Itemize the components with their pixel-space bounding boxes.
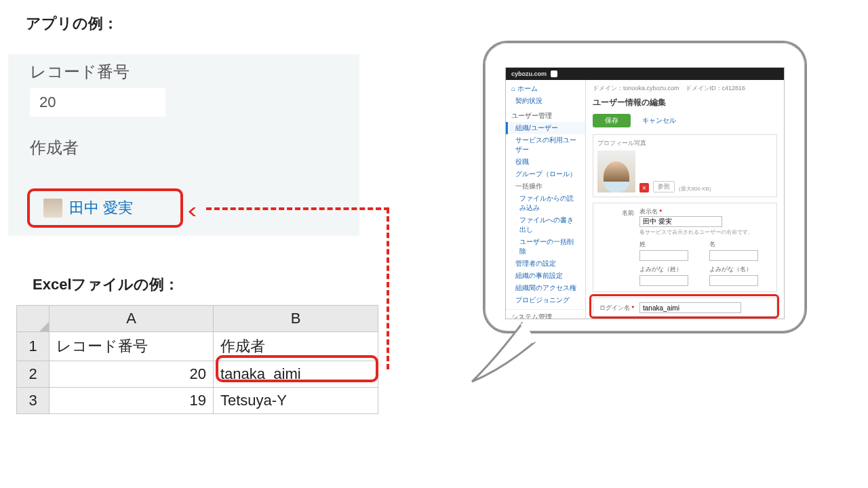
excel-cell: 19 xyxy=(50,388,214,414)
domain-info: ドメイン：tonooka.cybozu.com ドメインID：c412816 xyxy=(593,84,777,93)
sidebar-item-service-users[interactable]: サービスの利用ユーザー xyxy=(506,134,585,156)
relation-arrow-vertical xyxy=(387,208,389,369)
display-name-hint: 各サービスで表示されるユーザーの名前です。 xyxy=(639,228,772,236)
excel-row-number: 2 xyxy=(17,361,50,388)
sidebar-heading-user-mgmt: ユーザー管理 xyxy=(506,108,585,122)
sidebar-item-admin-set[interactable]: 管理者の設定 xyxy=(506,258,585,270)
app-example-title: アプリの例： xyxy=(26,14,118,34)
excel-example-title: Excelファイルの例： xyxy=(33,274,180,295)
surname-label: 姓 xyxy=(639,240,703,249)
sidebar-item-bulk-delete[interactable]: ユーザーの一括削除 xyxy=(506,236,585,258)
excel-cell: レコード番号 xyxy=(50,332,214,361)
excel-cell: Tetsuya-Y xyxy=(214,388,378,414)
sidebar-item-groups[interactable]: グループ（ロール） xyxy=(506,168,585,180)
cancel-link[interactable]: キャンセル xyxy=(642,117,676,124)
name-section: 名前 表示名 各サービスで表示されるユーザーの名前です。 姓 xyxy=(593,203,777,292)
page-title: ユーザー情報の編集 xyxy=(593,97,777,108)
speech-bubble-tail xyxy=(468,322,536,383)
delete-photo-button[interactable]: × xyxy=(639,183,649,192)
admin-main: ドメイン：tonooka.cybozu.com ドメインID：c412816 ユ… xyxy=(586,80,784,319)
sidebar-item-bulk-export[interactable]: ファイルへの書き出し xyxy=(506,214,585,236)
sidebar-home[interactable]: ホーム xyxy=(506,83,585,95)
excel-row-number: 1 xyxy=(17,332,50,361)
excel-corner-cell xyxy=(17,306,50,332)
relation-arrow-head: ‹ xyxy=(188,198,197,221)
given-name-input[interactable] xyxy=(709,250,758,261)
sidebar-item-roles[interactable]: 役職 xyxy=(506,156,585,168)
table-row: 3 19 Tetsuya-Y xyxy=(17,388,378,414)
surname-input[interactable] xyxy=(639,250,688,261)
svg-marker-0 xyxy=(39,322,49,331)
admin-window: cybozu.com ホーム 契約状況 ユーザー管理 組織/ユーザー サービスの… xyxy=(505,67,785,319)
admin-topbar: cybozu.com xyxy=(506,68,784,80)
excel-col-b-header: B xyxy=(214,306,378,332)
browse-file-button[interactable]: 参照 xyxy=(653,181,675,192)
login-name-highlight xyxy=(589,294,779,319)
given-name-label: 名 xyxy=(709,240,772,249)
sidebar-heading-system-mgmt: システム管理 xyxy=(506,309,585,319)
login-name-section: ログイン名 xyxy=(593,298,777,317)
excel-cell: 20 xyxy=(50,361,214,388)
sidebar-item-provisioning[interactable]: プロビジョニング xyxy=(506,294,585,306)
save-button[interactable]: 保存 xyxy=(593,114,631,127)
surname-kana-input[interactable] xyxy=(639,275,688,286)
sidebar-item-org-user[interactable]: 組織/ユーザー xyxy=(506,122,585,134)
profile-photo xyxy=(597,150,635,192)
given-kana-input[interactable] xyxy=(709,275,758,286)
name-section-label: 名前 xyxy=(597,207,639,218)
given-kana-label: よみがな（名） xyxy=(709,265,772,274)
brand-label: cybozu.com xyxy=(511,70,547,77)
sidebar-item-bulk-import[interactable]: ファイルからの読み込み xyxy=(506,192,585,214)
record-number-value: 20 xyxy=(30,88,165,117)
sidebar-item-bulk: 一括操作 xyxy=(506,180,585,192)
excel-col-a-header: A xyxy=(50,306,214,332)
excel-login-highlight xyxy=(216,355,378,382)
sidebar-item-org-access[interactable]: 組織間のアクセス権 xyxy=(506,282,585,294)
avatar-icon xyxy=(43,199,62,218)
display-name-input[interactable] xyxy=(639,216,722,227)
surname-kana-label: よみがな（姓） xyxy=(639,265,703,274)
record-number-label: レコード番号 xyxy=(30,61,339,83)
profile-photo-label: プロフィール写真 xyxy=(597,139,772,148)
file-size-note: (最大800 KB) xyxy=(679,185,711,192)
profile-photo-section: プロフィール写真 × 参照 (最大800 KB) xyxy=(593,134,777,197)
admin-sidebar: ホーム 契約状況 ユーザー管理 組織/ユーザー サービスの利用ユーザー 役職 グ… xyxy=(506,80,586,319)
creator-label: 作成者 xyxy=(30,137,339,159)
sidebar-item-org-presetting[interactable]: 組織の事前設定 xyxy=(506,270,585,282)
creator-highlight-box: 田中 愛実 xyxy=(27,188,183,228)
relation-arrow-line xyxy=(206,207,389,210)
sidebar-item-contract[interactable]: 契約状況 xyxy=(506,95,585,107)
excel-row-number: 3 xyxy=(17,388,50,414)
display-name-label: 表示名 xyxy=(639,207,772,216)
admin-screenshot-bubble: cybozu.com ホーム 契約状況 ユーザー管理 組織/ユーザー サービスの… xyxy=(483,41,807,333)
creator-user-link[interactable]: 田中 愛実 xyxy=(69,198,133,218)
apps-icon xyxy=(551,70,557,77)
